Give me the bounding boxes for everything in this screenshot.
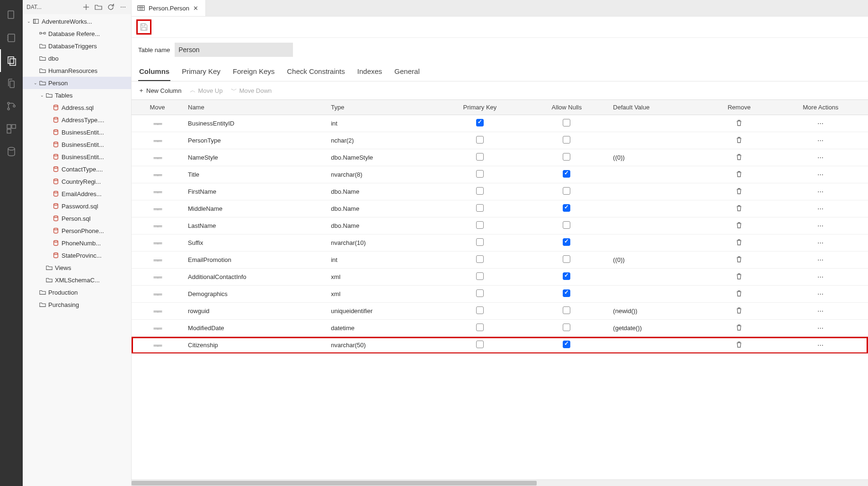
table-row[interactable]: ══PersonTypenchar(2)⋯	[132, 132, 868, 149]
activity-explorer[interactable]	[0, 4, 23, 27]
name-cell[interactable]: ModifiedDate	[183, 320, 326, 337]
table-row[interactable]: ══BusinessEntityIDint⋯	[132, 115, 868, 132]
trash-icon[interactable]	[735, 274, 743, 281]
primary-key-checkbox[interactable]	[476, 324, 484, 331]
more-actions-icon[interactable]: ⋯	[817, 342, 824, 349]
tree-item[interactable]: Password.sql	[23, 200, 131, 212]
default-cell[interactable]: (newid())	[608, 303, 705, 320]
allow-nulls-checkbox[interactable]	[563, 324, 570, 331]
primary-key-checkbox[interactable]	[476, 306, 484, 314]
trash-icon[interactable]	[735, 308, 743, 315]
tree-item[interactable]: ContactType....	[23, 163, 131, 175]
allow-nulls-checkbox[interactable]	[563, 238, 570, 246]
name-cell[interactable]: LastName	[183, 217, 326, 234]
name-cell[interactable]: PersonType	[183, 132, 326, 149]
allow-nulls-checkbox[interactable]	[563, 119, 570, 126]
tree-item[interactable]: dbo	[23, 52, 131, 64]
activity-source-control[interactable]	[0, 95, 23, 117]
drag-handle-icon[interactable]: ══	[154, 239, 161, 247]
default-cell[interactable]	[608, 217, 705, 234]
new-column-button[interactable]: ＋New Column	[138, 86, 181, 95]
name-cell[interactable]: rowguid	[183, 303, 326, 320]
default-cell[interactable]	[608, 166, 705, 183]
drag-handle-icon[interactable]: ══	[154, 273, 161, 281]
subtab-primary-key[interactable]: Primary Key	[181, 63, 221, 81]
subtab-columns[interactable]: Columns	[138, 63, 170, 81]
table-row[interactable]: ══ModifiedDatedatetime(getdate())⋯	[132, 320, 868, 337]
allow-nulls-checkbox[interactable]	[563, 272, 570, 280]
drag-handle-icon[interactable]: ══	[154, 137, 161, 144]
primary-key-checkbox[interactable]	[476, 238, 484, 246]
drag-handle-icon[interactable]: ══	[154, 120, 161, 127]
more-actions-icon[interactable]: ⋯	[817, 290, 824, 297]
tree-item[interactable]: PhoneNumb...	[23, 237, 131, 249]
type-cell[interactable]: xml	[326, 269, 434, 286]
allow-nulls-checkbox[interactable]	[563, 341, 570, 348]
table-row[interactable]: ══Suffixnvarchar(10)⋯	[132, 234, 868, 252]
default-cell[interactable]	[608, 200, 705, 217]
table-row[interactable]: ══FirstNamedbo.Name⋯	[132, 183, 868, 200]
drag-handle-icon[interactable]: ══	[154, 222, 161, 230]
table-row[interactable]: ══LastNamedbo.Name⋯	[132, 217, 868, 234]
table-row[interactable]: ══NameStyledbo.NameStyle((0))⋯	[132, 149, 868, 166]
default-cell[interactable]	[608, 269, 705, 286]
primary-key-checkbox[interactable]	[476, 136, 484, 144]
primary-key-checkbox[interactable]	[476, 153, 484, 161]
drag-handle-icon[interactable]: ══	[154, 188, 161, 196]
tree-item[interactable]: XMLSchemaC...	[23, 274, 131, 286]
allow-nulls-checkbox[interactable]	[563, 255, 570, 263]
more-actions-icon[interactable]: ⋯	[817, 273, 824, 280]
table-row[interactable]: ══AdditionalContactInfoxml⋯	[132, 269, 868, 286]
tree-item[interactable]: ⌄Person	[23, 77, 131, 89]
activity-extensions[interactable]	[0, 117, 23, 140]
tree-item[interactable]: CountryRegi...	[23, 175, 131, 188]
activity-notebook[interactable]	[0, 27, 23, 49]
name-cell[interactable]: EmailPromotion	[183, 252, 326, 269]
move-down-button[interactable]: ﹀Move Down	[231, 86, 272, 95]
more-actions-icon[interactable]: ⋯	[817, 307, 824, 315]
tree-item[interactable]: Person.sql	[23, 212, 131, 225]
drag-handle-icon[interactable]: ══	[154, 256, 161, 264]
add-icon[interactable]	[82, 3, 90, 11]
default-cell[interactable]	[608, 234, 705, 252]
tree-item[interactable]: Purchasing	[23, 298, 131, 311]
subtab-foreign-keys[interactable]: Foreign Keys	[232, 63, 275, 81]
more-actions-icon[interactable]: ⋯	[817, 205, 824, 212]
more-actions-icon[interactable]: ⋯	[817, 154, 824, 161]
primary-key-checkbox[interactable]	[476, 119, 484, 126]
drag-handle-icon[interactable]: ══	[154, 171, 161, 179]
name-cell[interactable]: Suffix	[183, 234, 326, 252]
primary-key-checkbox[interactable]	[476, 255, 484, 263]
more-actions-icon[interactable]: ⋯	[817, 188, 824, 195]
table-row[interactable]: ══Citizenshipnvarchar(50)⋯	[132, 337, 868, 354]
tree-item[interactable]: BusinessEntit...	[23, 138, 131, 151]
trash-icon[interactable]	[735, 172, 743, 179]
type-cell[interactable]: nvarchar(50)	[326, 337, 434, 354]
tree-item[interactable]: Views	[23, 261, 131, 274]
name-cell[interactable]: Title	[183, 166, 326, 183]
default-cell[interactable]: ((0))	[608, 149, 705, 166]
tree-item[interactable]: ⌄Tables	[23, 89, 131, 101]
tree-item[interactable]: PersonPhone...	[23, 225, 131, 237]
default-cell[interactable]: (getdate())	[608, 320, 705, 337]
more-actions-icon[interactable]: ⋯	[817, 137, 824, 144]
activity-copy[interactable]	[0, 72, 23, 95]
tree-item[interactable]: DatabaseTriggers	[23, 40, 131, 52]
editor-tab[interactable]: Person.Person ✕	[132, 0, 206, 16]
tree-item[interactable]: BusinessEntit...	[23, 126, 131, 138]
name-cell[interactable]: BusinessEntityID	[183, 115, 326, 132]
trash-icon[interactable]	[735, 121, 743, 128]
trash-icon[interactable]	[735, 240, 743, 247]
save-button[interactable]	[137, 20, 151, 34]
allow-nulls-checkbox[interactable]	[563, 289, 570, 297]
default-cell[interactable]	[608, 183, 705, 200]
primary-key-checkbox[interactable]	[476, 187, 484, 195]
drag-handle-icon[interactable]: ══	[154, 290, 161, 298]
trash-icon[interactable]	[735, 291, 743, 298]
default-cell[interactable]	[608, 115, 705, 132]
name-cell[interactable]: NameStyle	[183, 149, 326, 166]
tree-item[interactable]: Production	[23, 286, 131, 298]
type-cell[interactable]: dbo.Name	[326, 183, 434, 200]
table-row[interactable]: ══rowguiduniqueidentifier(newid())⋯	[132, 303, 868, 320]
table-row[interactable]: ══EmailPromotionint((0))⋯	[132, 252, 868, 269]
